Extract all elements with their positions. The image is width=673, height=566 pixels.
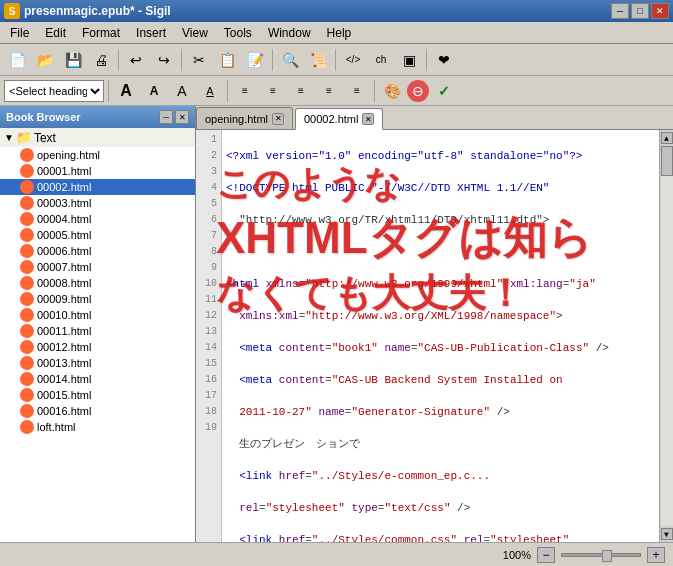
zoom-out-button[interactable]: − xyxy=(537,547,555,563)
align-center-button[interactable]: ≡ xyxy=(260,78,286,104)
meta-editor-button[interactable]: ch xyxy=(368,47,394,73)
minimize-button[interactable]: ─ xyxy=(611,3,629,19)
file-icon xyxy=(20,164,34,178)
code-line: <meta content="CAS-UB Backend System Ins… xyxy=(226,372,655,388)
scrollbar-track[interactable] xyxy=(661,146,673,526)
tab-00002-html[interactable]: 00002.html ✕ xyxy=(295,108,383,130)
code-editor[interactable]: 1 2 3 4 5 6 7 8 9 10 11 12 13 14 15 16 1… xyxy=(196,130,673,542)
copy-button[interactable]: 📋 xyxy=(214,47,240,73)
list-item[interactable]: 00014.html xyxy=(0,371,195,387)
cover-button[interactable]: ▣ xyxy=(396,47,422,73)
list-item[interactable]: 00015.html xyxy=(0,387,195,403)
list-item[interactable]: 00002.html xyxy=(0,179,195,195)
menu-file[interactable]: File xyxy=(2,22,37,43)
scrollbar-up-button[interactable]: ▲ xyxy=(661,132,673,144)
panel-minus-button[interactable]: ─ xyxy=(159,110,173,124)
book-browser-panel: Book Browser ─ ✕ ▼ 📁 Text opening.html 0… xyxy=(0,106,196,542)
panel-close-button[interactable]: ✕ xyxy=(175,110,189,124)
scrollbar-down-button[interactable]: ▼ xyxy=(661,528,673,540)
list-item[interactable]: 00004.html xyxy=(0,211,195,227)
list-item[interactable]: 00010.html xyxy=(0,307,195,323)
menu-format[interactable]: Format xyxy=(74,22,128,43)
save-button[interactable]: 💾 xyxy=(60,47,86,73)
separator-6 xyxy=(108,80,109,102)
font-decrease-button[interactable]: A xyxy=(197,78,223,104)
new-file-button[interactable]: 📄 xyxy=(4,47,30,73)
menu-help[interactable]: Help xyxy=(319,22,360,43)
list-item[interactable]: 00001.html xyxy=(0,163,195,179)
line-num: 2 xyxy=(196,148,221,164)
list-item[interactable]: 00008.html xyxy=(0,275,195,291)
list-item[interactable]: opening.html xyxy=(0,147,195,163)
maximize-button[interactable]: □ xyxy=(631,3,649,19)
list-item[interactable]: 00009.html xyxy=(0,291,195,307)
validate-button[interactable]: </> xyxy=(340,47,366,73)
close-button[interactable]: ✕ xyxy=(651,3,669,19)
font-small-button[interactable]: A xyxy=(141,78,167,104)
menu-tools[interactable]: Tools xyxy=(216,22,260,43)
list-item[interactable]: 00016.html xyxy=(0,403,195,419)
menu-edit[interactable]: Edit xyxy=(37,22,74,43)
paste-button[interactable]: 📝 xyxy=(242,47,268,73)
zoom-level: 100% xyxy=(503,549,531,561)
toc-button[interactable]: 📜 xyxy=(305,47,331,73)
menu-window[interactable]: Window xyxy=(260,22,319,43)
list-item[interactable]: 00013.html xyxy=(0,355,195,371)
separator-5 xyxy=(426,49,427,71)
list-item[interactable]: 00007.html xyxy=(0,259,195,275)
heading-select[interactable]: <Select heading> xyxy=(4,80,104,102)
file-name: 00009.html xyxy=(37,293,91,305)
tree-root-text[interactable]: ▼ 📁 Text xyxy=(0,128,195,147)
menu-insert[interactable]: Insert xyxy=(128,22,174,43)
tree-expand-icon[interactable]: ▼ xyxy=(4,132,14,143)
cut-button[interactable]: ✂ xyxy=(186,47,212,73)
file-icon xyxy=(20,340,34,354)
app-icon: S xyxy=(4,3,20,19)
print-button[interactable]: 🖨 xyxy=(88,47,114,73)
list-item[interactable]: 00005.html xyxy=(0,227,195,243)
file-icon xyxy=(20,276,34,290)
list-item[interactable]: loft.html xyxy=(0,419,195,435)
list-item[interactable]: 00003.html xyxy=(0,195,195,211)
file-icon xyxy=(20,212,34,226)
file-name: 00010.html xyxy=(37,309,91,321)
file-icon xyxy=(20,356,34,370)
vertical-scrollbar[interactable]: ▲ ▼ xyxy=(659,130,673,542)
list-item[interactable]: 00006.html xyxy=(0,243,195,259)
list-item[interactable]: 00011.html xyxy=(0,323,195,339)
align-justify-button[interactable]: ≡ xyxy=(316,78,342,104)
tab-close-opening[interactable]: ✕ xyxy=(272,113,284,125)
code-text[interactable]: <?xml version="1.0" encoding="utf-8" sta… xyxy=(222,130,659,542)
menu-view[interactable]: View xyxy=(174,22,216,43)
redo-button[interactable]: ↪ xyxy=(151,47,177,73)
panel-controls[interactable]: ─ ✕ xyxy=(159,110,189,124)
remove-style-button[interactable]: ⊖ xyxy=(407,80,429,102)
donate-button[interactable]: ❤ xyxy=(431,47,457,73)
file-tree[interactable]: ▼ 📁 Text opening.html 00001.html 00002.h… xyxy=(0,128,195,542)
font-increase-button[interactable]: A xyxy=(169,78,195,104)
check-button[interactable]: ✓ xyxy=(431,78,457,104)
zoom-slider[interactable] xyxy=(561,553,641,557)
window-controls[interactable]: ─ □ ✕ xyxy=(611,3,669,19)
code-line: <link href="../Styles/common.css" rel="s… xyxy=(226,532,655,542)
file-name: 00001.html xyxy=(37,165,91,177)
scrollbar-thumb[interactable] xyxy=(661,146,673,176)
search-button[interactable]: 🔍 xyxy=(277,47,303,73)
menu-bar: File Edit Format Insert View Tools Windo… xyxy=(0,22,673,44)
file-name: 00003.html xyxy=(37,197,91,209)
title-bar-left: S presenmagic.epub* - Sigil xyxy=(4,3,171,19)
outdent-button[interactable]: ≡ xyxy=(344,78,370,104)
list-item[interactable]: 00012.html xyxy=(0,339,195,355)
tab-opening-html[interactable]: opening.html ✕ xyxy=(196,107,293,129)
undo-button[interactable]: ↩ xyxy=(123,47,149,73)
zoom-slider-thumb[interactable] xyxy=(602,550,612,562)
align-left-button[interactable]: ≡ xyxy=(232,78,258,104)
font-large-button[interactable]: A xyxy=(113,78,139,104)
line-num: 14 xyxy=(196,340,221,356)
zoom-in-button[interactable]: + xyxy=(647,547,665,563)
align-right-button[interactable]: ≡ xyxy=(288,78,314,104)
tab-close-00002[interactable]: ✕ xyxy=(362,113,374,125)
file-name: 00015.html xyxy=(37,389,91,401)
style-paint-button[interactable]: 🎨 xyxy=(379,78,405,104)
open-file-button[interactable]: 📂 xyxy=(32,47,58,73)
